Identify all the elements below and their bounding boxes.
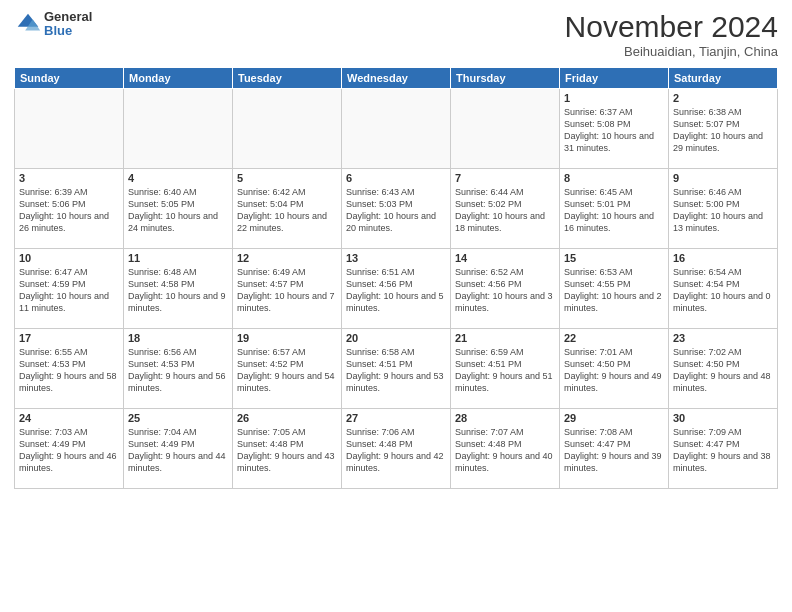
logo-general: General <box>44 10 92 24</box>
day-info: Sunrise: 6:56 AMSunset: 4:53 PMDaylight:… <box>128 346 228 395</box>
day-info: Sunrise: 7:09 AMSunset: 4:47 PMDaylight:… <box>673 426 773 475</box>
day-number: 2 <box>673 92 773 104</box>
day-number: 8 <box>564 172 664 184</box>
calendar-day-cell: 26Sunrise: 7:05 AMSunset: 4:48 PMDayligh… <box>233 409 342 489</box>
day-number: 13 <box>346 252 446 264</box>
day-info: Sunrise: 6:51 AMSunset: 4:56 PMDaylight:… <box>346 266 446 315</box>
day-info: Sunrise: 6:49 AMSunset: 4:57 PMDaylight:… <box>237 266 337 315</box>
calendar-day-cell: 2Sunrise: 6:38 AMSunset: 5:07 PMDaylight… <box>669 89 778 169</box>
calendar-week-row: 17Sunrise: 6:55 AMSunset: 4:53 PMDayligh… <box>15 329 778 409</box>
calendar-day-cell: 14Sunrise: 6:52 AMSunset: 4:56 PMDayligh… <box>451 249 560 329</box>
weekday-header: Friday <box>560 68 669 89</box>
calendar-day-cell: 6Sunrise: 6:43 AMSunset: 5:03 PMDaylight… <box>342 169 451 249</box>
calendar-day-cell: 7Sunrise: 6:44 AMSunset: 5:02 PMDaylight… <box>451 169 560 249</box>
day-number: 25 <box>128 412 228 424</box>
calendar-day-cell <box>233 89 342 169</box>
logo-blue: Blue <box>44 24 92 38</box>
calendar-day-cell: 5Sunrise: 6:42 AMSunset: 5:04 PMDaylight… <box>233 169 342 249</box>
calendar-week-row: 3Sunrise: 6:39 AMSunset: 5:06 PMDaylight… <box>15 169 778 249</box>
calendar-week-row: 24Sunrise: 7:03 AMSunset: 4:49 PMDayligh… <box>15 409 778 489</box>
calendar-day-cell: 30Sunrise: 7:09 AMSunset: 4:47 PMDayligh… <box>669 409 778 489</box>
day-number: 23 <box>673 332 773 344</box>
day-number: 15 <box>564 252 664 264</box>
day-number: 9 <box>673 172 773 184</box>
weekday-header: Wednesday <box>342 68 451 89</box>
month-title: November 2024 <box>565 10 778 44</box>
day-info: Sunrise: 7:05 AMSunset: 4:48 PMDaylight:… <box>237 426 337 475</box>
day-info: Sunrise: 6:38 AMSunset: 5:07 PMDaylight:… <box>673 106 773 155</box>
calendar-day-cell: 11Sunrise: 6:48 AMSunset: 4:58 PMDayligh… <box>124 249 233 329</box>
calendar-day-cell: 18Sunrise: 6:56 AMSunset: 4:53 PMDayligh… <box>124 329 233 409</box>
day-number: 11 <box>128 252 228 264</box>
day-info: Sunrise: 6:53 AMSunset: 4:55 PMDaylight:… <box>564 266 664 315</box>
calendar-day-cell <box>342 89 451 169</box>
day-info: Sunrise: 6:40 AMSunset: 5:05 PMDaylight:… <box>128 186 228 235</box>
calendar-day-cell <box>124 89 233 169</box>
calendar-day-cell: 4Sunrise: 6:40 AMSunset: 5:05 PMDaylight… <box>124 169 233 249</box>
weekday-header: Tuesday <box>233 68 342 89</box>
calendar-day-cell <box>15 89 124 169</box>
day-info: Sunrise: 6:45 AMSunset: 5:01 PMDaylight:… <box>564 186 664 235</box>
calendar-day-cell: 23Sunrise: 7:02 AMSunset: 4:50 PMDayligh… <box>669 329 778 409</box>
day-number: 14 <box>455 252 555 264</box>
day-number: 30 <box>673 412 773 424</box>
weekday-header: Thursday <box>451 68 560 89</box>
calendar-day-cell: 16Sunrise: 6:54 AMSunset: 4:54 PMDayligh… <box>669 249 778 329</box>
day-number: 18 <box>128 332 228 344</box>
day-info: Sunrise: 6:43 AMSunset: 5:03 PMDaylight:… <box>346 186 446 235</box>
day-number: 4 <box>128 172 228 184</box>
day-info: Sunrise: 7:03 AMSunset: 4:49 PMDaylight:… <box>19 426 119 475</box>
calendar-day-cell: 10Sunrise: 6:47 AMSunset: 4:59 PMDayligh… <box>15 249 124 329</box>
day-number: 6 <box>346 172 446 184</box>
calendar-day-cell: 24Sunrise: 7:03 AMSunset: 4:49 PMDayligh… <box>15 409 124 489</box>
logo-icon <box>14 10 42 38</box>
calendar-day-cell: 27Sunrise: 7:06 AMSunset: 4:48 PMDayligh… <box>342 409 451 489</box>
calendar-day-cell: 21Sunrise: 6:59 AMSunset: 4:51 PMDayligh… <box>451 329 560 409</box>
day-number: 27 <box>346 412 446 424</box>
calendar-day-cell: 12Sunrise: 6:49 AMSunset: 4:57 PMDayligh… <box>233 249 342 329</box>
day-number: 19 <box>237 332 337 344</box>
calendar-day-cell: 29Sunrise: 7:08 AMSunset: 4:47 PMDayligh… <box>560 409 669 489</box>
calendar-day-cell: 28Sunrise: 7:07 AMSunset: 4:48 PMDayligh… <box>451 409 560 489</box>
calendar-day-cell: 15Sunrise: 6:53 AMSunset: 4:55 PMDayligh… <box>560 249 669 329</box>
day-number: 17 <box>19 332 119 344</box>
day-info: Sunrise: 7:02 AMSunset: 4:50 PMDaylight:… <box>673 346 773 395</box>
day-number: 10 <box>19 252 119 264</box>
day-info: Sunrise: 6:37 AMSunset: 5:08 PMDaylight:… <box>564 106 664 155</box>
calendar-day-cell: 19Sunrise: 6:57 AMSunset: 4:52 PMDayligh… <box>233 329 342 409</box>
day-number: 26 <box>237 412 337 424</box>
logo: General Blue <box>14 10 92 39</box>
day-info: Sunrise: 6:46 AMSunset: 5:00 PMDaylight:… <box>673 186 773 235</box>
calendar-day-cell: 17Sunrise: 6:55 AMSunset: 4:53 PMDayligh… <box>15 329 124 409</box>
day-info: Sunrise: 6:39 AMSunset: 5:06 PMDaylight:… <box>19 186 119 235</box>
weekday-header-row: SundayMondayTuesdayWednesdayThursdayFrid… <box>15 68 778 89</box>
logo-text: General Blue <box>44 10 92 39</box>
day-number: 5 <box>237 172 337 184</box>
location-subtitle: Beihuaidian, Tianjin, China <box>565 44 778 59</box>
day-number: 21 <box>455 332 555 344</box>
calendar-day-cell: 25Sunrise: 7:04 AMSunset: 4:49 PMDayligh… <box>124 409 233 489</box>
calendar-day-cell: 9Sunrise: 6:46 AMSunset: 5:00 PMDaylight… <box>669 169 778 249</box>
calendar-table: SundayMondayTuesdayWednesdayThursdayFrid… <box>14 67 778 489</box>
day-info: Sunrise: 6:44 AMSunset: 5:02 PMDaylight:… <box>455 186 555 235</box>
day-number: 20 <box>346 332 446 344</box>
day-info: Sunrise: 6:54 AMSunset: 4:54 PMDaylight:… <box>673 266 773 315</box>
calendar-day-cell: 8Sunrise: 6:45 AMSunset: 5:01 PMDaylight… <box>560 169 669 249</box>
page-container: General Blue November 2024 Beihuaidian, … <box>0 0 792 499</box>
day-info: Sunrise: 6:58 AMSunset: 4:51 PMDaylight:… <box>346 346 446 395</box>
day-number: 12 <box>237 252 337 264</box>
day-number: 3 <box>19 172 119 184</box>
calendar-day-cell: 13Sunrise: 6:51 AMSunset: 4:56 PMDayligh… <box>342 249 451 329</box>
day-info: Sunrise: 6:47 AMSunset: 4:59 PMDaylight:… <box>19 266 119 315</box>
day-info: Sunrise: 6:42 AMSunset: 5:04 PMDaylight:… <box>237 186 337 235</box>
day-info: Sunrise: 6:52 AMSunset: 4:56 PMDaylight:… <box>455 266 555 315</box>
day-info: Sunrise: 6:57 AMSunset: 4:52 PMDaylight:… <box>237 346 337 395</box>
calendar-day-cell: 22Sunrise: 7:01 AMSunset: 4:50 PMDayligh… <box>560 329 669 409</box>
day-info: Sunrise: 7:04 AMSunset: 4:49 PMDaylight:… <box>128 426 228 475</box>
day-number: 16 <box>673 252 773 264</box>
day-number: 24 <box>19 412 119 424</box>
calendar-day-cell <box>451 89 560 169</box>
day-info: Sunrise: 7:01 AMSunset: 4:50 PMDaylight:… <box>564 346 664 395</box>
day-number: 28 <box>455 412 555 424</box>
calendar-week-row: 1Sunrise: 6:37 AMSunset: 5:08 PMDaylight… <box>15 89 778 169</box>
